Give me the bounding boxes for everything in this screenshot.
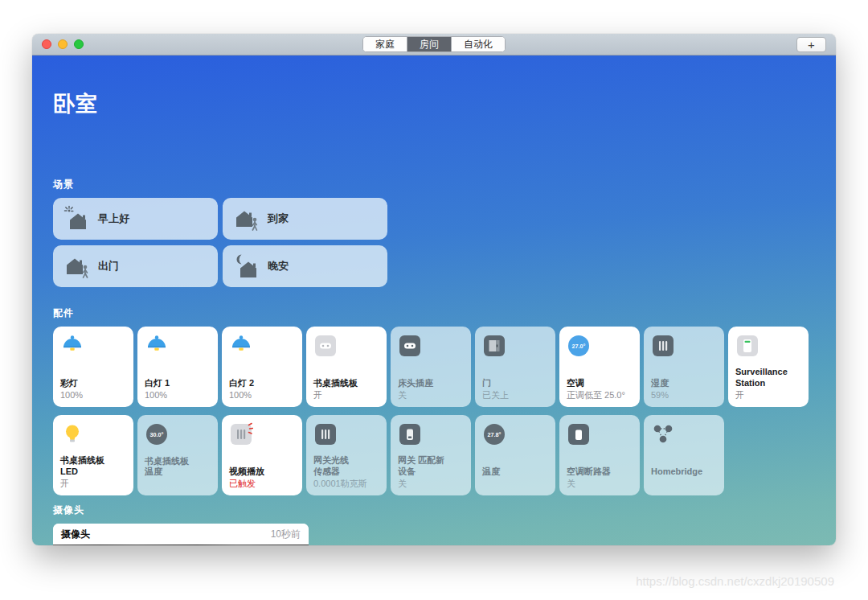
- accessory-tile[interactable]: 30.0°书桌插线板 温度: [137, 415, 218, 495]
- accessory-tile[interactable]: 床头插座关: [391, 327, 471, 407]
- accessories-section-label: 配件: [53, 306, 815, 320]
- temp-badge-icon: 30.0°: [145, 422, 169, 446]
- accessory-name: 门: [482, 378, 548, 389]
- accessory-name: 白灯 1: [145, 378, 211, 389]
- bulb-icon: [60, 422, 84, 446]
- page-title: 卧室: [53, 89, 815, 118]
- accessory-tile[interactable]: Homebridge: [644, 415, 724, 495]
- accessory-tile[interactable]: 书桌插线板开: [306, 327, 387, 407]
- scene-card[interactable]: 晚安: [223, 245, 387, 287]
- scenes-section-label: 场景: [53, 178, 815, 191]
- accessory-status: [651, 479, 717, 489]
- scene-name: 早上好: [98, 212, 129, 226]
- switch-icon: [567, 422, 591, 446]
- tile-text: 空调正调低至 25.0°: [567, 378, 633, 401]
- accessory-tile[interactable]: 书桌插线板 LED开: [53, 415, 133, 495]
- hub-icon: [398, 422, 422, 446]
- accessory-row-2: 书桌插线板 LED开 30.0°书桌插线板 温度 视频播放已触发网关光线 传感器…: [53, 415, 815, 495]
- scene-grid: 早上好 到家 出门晚安: [53, 198, 815, 287]
- svg-text:30.0°: 30.0°: [150, 431, 164, 438]
- accessory-name: 视频播放: [229, 466, 295, 478]
- accessory-name: Surveillance Station: [735, 367, 801, 389]
- page: 家庭房间自动化 + 卧室 场景 早上好 到家 出门晚安 配件 彩灯100%: [0, 0, 868, 600]
- svg-text:27.8°: 27.8°: [488, 431, 502, 438]
- tile-text: 白灯 1100%: [145, 378, 211, 401]
- accessory-tile[interactable]: 白灯 2100%: [222, 327, 302, 407]
- camera-last-activity: 10秒前: [271, 528, 301, 541]
- zoom-button[interactable]: [74, 39, 84, 49]
- accessory-status: 已触发: [229, 479, 295, 489]
- grille-icon: [651, 334, 675, 358]
- accessory-tile[interactable]: 空调断路器关: [559, 415, 640, 495]
- accessory-tile[interactable]: 白灯 1100%: [137, 327, 218, 407]
- accessory-tile[interactable]: 门已关上: [475, 327, 555, 407]
- accessory-tile[interactable]: 彩灯100%: [53, 327, 133, 407]
- app-window: 家庭房间自动化 + 卧室 场景 早上好 到家 出门晚安 配件 彩灯100%: [32, 34, 836, 545]
- house-sunrise-icon: [63, 205, 90, 232]
- tab-rooms[interactable]: 房间: [407, 37, 451, 51]
- scene-card[interactable]: 早上好: [53, 198, 218, 240]
- temp-badge-icon: 27.8°: [482, 422, 506, 446]
- scene-card[interactable]: 出门: [53, 245, 218, 287]
- tile-text: 湿度59%: [651, 378, 717, 401]
- accessory-status: 开: [60, 479, 126, 489]
- tile-text: 书桌插线板 温度: [145, 456, 211, 490]
- accessory-status: 关: [398, 390, 464, 401]
- close-button[interactable]: [42, 39, 51, 49]
- scene-card[interactable]: 到家: [223, 198, 387, 240]
- tab-bar: 家庭房间自动化: [362, 36, 506, 52]
- cameras-section-label: 摄像头: [53, 503, 815, 517]
- camera-name: 摄像头: [61, 528, 90, 541]
- accessory-status: 100%: [60, 390, 126, 401]
- accessory-name: Homebridge: [651, 466, 717, 478]
- accessory-status: 已关上: [482, 390, 548, 401]
- scene-name: 出门: [98, 259, 119, 273]
- accessory-status: 100%: [145, 390, 211, 401]
- tab-home[interactable]: 家庭: [363, 37, 407, 51]
- accessory-name: 空调: [567, 378, 633, 389]
- accessory-tile[interactable]: 网关 匹配新 设备关: [391, 415, 471, 495]
- watermark: https://blog.csdn.net/cxzdkj20190509: [636, 574, 834, 588]
- camera-card[interactable]: 摄像头 10秒前 2018-09-09 17:40:28: [53, 524, 309, 545]
- accessory-tile[interactable]: Surveillance Station开: [728, 327, 809, 407]
- accessory-status: [482, 479, 548, 489]
- camera-thumbnail[interactable]: 2018-09-09 17:40:28: [53, 545, 309, 545]
- tile-text: Surveillance Station开: [735, 367, 801, 401]
- accessory-name: 空调断路器: [567, 466, 633, 478]
- pendant-lamp-icon: [229, 334, 253, 358]
- minimize-button[interactable]: [58, 39, 68, 49]
- house-night-icon: [232, 253, 260, 280]
- accessory-tile[interactable]: 网关光线 传感器0.0001勒克斯: [306, 415, 387, 495]
- scene-name: 到家: [268, 212, 289, 226]
- camera-station-icon: [735, 334, 760, 358]
- accessory-name: 湿度: [651, 378, 717, 389]
- tile-text: 书桌插线板 LED开: [60, 455, 126, 489]
- tab-automation[interactable]: 自动化: [451, 37, 505, 51]
- pendant-lamp-icon: [145, 334, 169, 358]
- accessory-status: 开: [735, 390, 801, 401]
- accessory-tile[interactable]: 27.8°温度: [475, 415, 555, 495]
- tile-text: 网关 匹配新 设备关: [398, 455, 464, 489]
- accessory-status: 关: [398, 479, 464, 489]
- tile-text: 网关光线 传感器0.0001勒克斯: [313, 455, 379, 489]
- accessory-status: 100%: [229, 390, 295, 401]
- tile-text: 白灯 2100%: [229, 378, 295, 401]
- accessory-name: 书桌插线板: [313, 378, 379, 389]
- tile-text: 彩灯100%: [60, 378, 126, 401]
- accessory-name: 温度: [482, 466, 548, 478]
- accessory-status: 0.0001勒克斯: [313, 479, 379, 489]
- svg-text:27.0°: 27.0°: [572, 343, 586, 350]
- add-button[interactable]: +: [796, 37, 826, 52]
- accessory-name: 书桌插线板 温度: [145, 456, 211, 479]
- tile-text: 视频播放已触发: [229, 466, 295, 489]
- accessory-name: 网关 匹配新 设备: [398, 455, 464, 478]
- titlebar: 家庭房间自动化 +: [32, 34, 836, 55]
- accessory-status: 开: [313, 390, 379, 401]
- accessory-tile[interactable]: 27.0°空调正调低至 25.0°: [559, 327, 640, 407]
- accessory-tile[interactable]: 湿度59%: [644, 327, 724, 407]
- tile-text: 温度: [482, 466, 548, 489]
- accessory-tile[interactable]: 视频播放已触发: [222, 415, 302, 495]
- accessory-status: 正调低至 25.0°: [567, 390, 633, 401]
- room-content: 卧室 场景 早上好 到家 出门晚安 配件 彩灯100% 白: [32, 55, 836, 545]
- tile-text: 床头插座关: [398, 378, 464, 401]
